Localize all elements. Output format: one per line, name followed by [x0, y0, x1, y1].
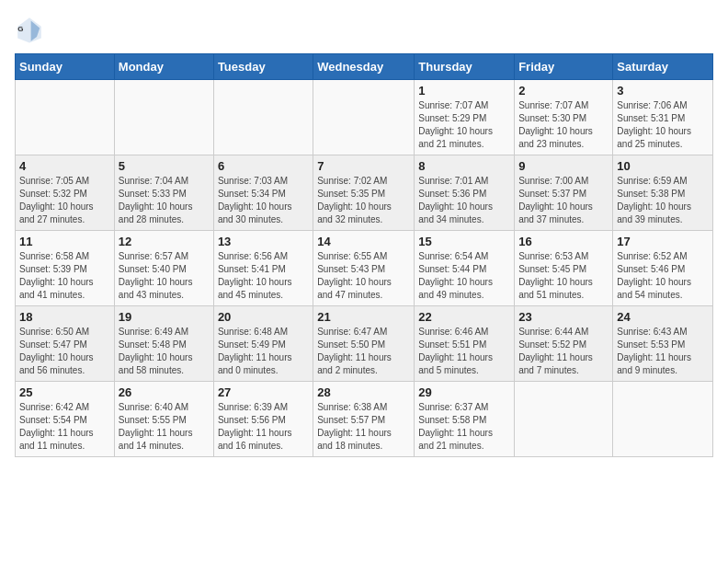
- day-info: Sunrise: 6:46 AM Sunset: 5:51 PM Dayligh…: [418, 326, 510, 377]
- day-number: 15: [418, 235, 510, 248]
- logo: G: [15, 15, 48, 44]
- day-info: Sunrise: 6:49 AM Sunset: 5:48 PM Dayligh…: [119, 326, 210, 377]
- day-number: 13: [218, 235, 309, 248]
- day-info: Sunrise: 6:59 AM Sunset: 5:38 PM Dayligh…: [617, 175, 709, 226]
- day-info: Sunrise: 6:47 AM Sunset: 5:50 PM Dayligh…: [317, 326, 410, 377]
- day-info: Sunrise: 6:57 AM Sunset: 5:40 PM Dayligh…: [119, 250, 210, 302]
- calendar-cell: [213, 80, 313, 155]
- day-info: Sunrise: 7:06 AM Sunset: 5:31 PM Dayligh…: [617, 99, 709, 151]
- calendar-cell: 8Sunrise: 7:01 AM Sunset: 5:36 PM Daylig…: [415, 155, 515, 231]
- day-number: 5: [119, 159, 210, 173]
- calendar-table: SundayMondayTuesdayWednesdayThursdayFrid…: [15, 53, 713, 457]
- calendar-cell: 4Sunrise: 7:05 AM Sunset: 5:32 PM Daylig…: [16, 155, 115, 231]
- calendar-cell: [16, 80, 115, 155]
- day-number: 19: [119, 310, 210, 324]
- col-header-thursday: Thursday: [415, 54, 515, 80]
- day-number: 22: [418, 310, 510, 324]
- day-number: 3: [617, 84, 709, 98]
- day-info: Sunrise: 7:02 AM Sunset: 5:35 PM Dayligh…: [317, 175, 410, 226]
- day-info: Sunrise: 6:39 AM Sunset: 5:56 PM Dayligh…: [218, 401, 309, 453]
- day-info: Sunrise: 7:03 AM Sunset: 5:34 PM Dayligh…: [218, 175, 309, 226]
- header-row: SundayMondayTuesdayWednesdayThursdayFrid…: [16, 54, 713, 80]
- day-info: Sunrise: 6:48 AM Sunset: 5:49 PM Dayligh…: [218, 326, 309, 377]
- day-info: Sunrise: 7:07 AM Sunset: 5:29 PM Dayligh…: [418, 99, 510, 151]
- week-row-1: 1Sunrise: 7:07 AM Sunset: 5:29 PM Daylig…: [16, 80, 713, 155]
- calendar-cell: [313, 80, 415, 155]
- day-info: Sunrise: 6:53 AM Sunset: 5:45 PM Dayligh…: [518, 250, 609, 302]
- col-header-monday: Monday: [114, 54, 213, 80]
- day-info: Sunrise: 6:44 AM Sunset: 5:52 PM Dayligh…: [518, 326, 609, 377]
- day-number: 1: [418, 84, 510, 98]
- calendar-cell: 12Sunrise: 6:57 AM Sunset: 5:40 PM Dayli…: [114, 231, 213, 306]
- calendar-cell: 2Sunrise: 7:07 AM Sunset: 5:30 PM Daylig…: [515, 80, 613, 155]
- calendar-cell: 6Sunrise: 7:03 AM Sunset: 5:34 PM Daylig…: [213, 155, 313, 231]
- day-number: 18: [19, 310, 110, 324]
- day-info: Sunrise: 6:50 AM Sunset: 5:47 PM Dayligh…: [19, 326, 110, 377]
- day-info: Sunrise: 6:40 AM Sunset: 5:55 PM Dayligh…: [119, 401, 210, 453]
- col-header-friday: Friday: [515, 54, 613, 80]
- day-number: 28: [317, 385, 410, 399]
- day-info: Sunrise: 7:07 AM Sunset: 5:30 PM Dayligh…: [518, 99, 609, 151]
- day-number: 24: [617, 310, 709, 324]
- day-number: 16: [518, 235, 609, 248]
- day-number: 6: [218, 159, 309, 173]
- logo-icon: G: [15, 15, 44, 44]
- calendar-cell: 23Sunrise: 6:44 AM Sunset: 5:52 PM Dayli…: [515, 306, 613, 382]
- day-info: Sunrise: 6:52 AM Sunset: 5:46 PM Dayligh…: [617, 250, 709, 302]
- day-number: 4: [19, 159, 110, 173]
- col-header-tuesday: Tuesday: [213, 54, 313, 80]
- day-number: 17: [617, 235, 709, 248]
- calendar-cell: 15Sunrise: 6:54 AM Sunset: 5:44 PM Dayli…: [415, 231, 515, 306]
- day-number: 29: [418, 385, 510, 399]
- calendar-cell: 26Sunrise: 6:40 AM Sunset: 5:55 PM Dayli…: [114, 382, 213, 457]
- calendar-cell: 28Sunrise: 6:38 AM Sunset: 5:57 PM Dayli…: [313, 382, 415, 457]
- day-number: 12: [119, 235, 210, 248]
- day-number: 9: [518, 159, 609, 173]
- day-number: 20: [218, 310, 309, 324]
- col-header-sunday: Sunday: [16, 54, 115, 80]
- day-info: Sunrise: 6:42 AM Sunset: 5:54 PM Dayligh…: [19, 401, 110, 453]
- calendar-cell: 29Sunrise: 6:37 AM Sunset: 5:58 PM Dayli…: [415, 382, 515, 457]
- calendar-cell: [613, 382, 713, 457]
- day-info: Sunrise: 6:43 AM Sunset: 5:53 PM Dayligh…: [617, 326, 709, 377]
- day-info: Sunrise: 6:58 AM Sunset: 5:39 PM Dayligh…: [19, 250, 110, 302]
- calendar-cell: 1Sunrise: 7:07 AM Sunset: 5:29 PM Daylig…: [415, 80, 515, 155]
- day-number: 25: [19, 385, 110, 399]
- day-info: Sunrise: 7:04 AM Sunset: 5:33 PM Dayligh…: [119, 175, 210, 226]
- calendar-cell: 13Sunrise: 6:56 AM Sunset: 5:41 PM Dayli…: [213, 231, 313, 306]
- calendar-cell: 14Sunrise: 6:55 AM Sunset: 5:43 PM Dayli…: [313, 231, 415, 306]
- calendar-cell: 17Sunrise: 6:52 AM Sunset: 5:46 PM Dayli…: [613, 231, 713, 306]
- calendar-cell: 3Sunrise: 7:06 AM Sunset: 5:31 PM Daylig…: [613, 80, 713, 155]
- day-info: Sunrise: 7:05 AM Sunset: 5:32 PM Dayligh…: [19, 175, 110, 226]
- day-info: Sunrise: 6:37 AM Sunset: 5:58 PM Dayligh…: [418, 401, 510, 453]
- svg-text:G: G: [17, 25, 23, 33]
- day-number: 8: [418, 159, 510, 173]
- calendar-cell: 25Sunrise: 6:42 AM Sunset: 5:54 PM Dayli…: [16, 382, 115, 457]
- day-number: 23: [518, 310, 609, 324]
- day-info: Sunrise: 7:00 AM Sunset: 5:37 PM Dayligh…: [518, 175, 609, 226]
- calendar-cell: 5Sunrise: 7:04 AM Sunset: 5:33 PM Daylig…: [114, 155, 213, 231]
- week-row-3: 11Sunrise: 6:58 AM Sunset: 5:39 PM Dayli…: [16, 231, 713, 306]
- day-info: Sunrise: 6:56 AM Sunset: 5:41 PM Dayligh…: [218, 250, 309, 302]
- week-row-2: 4Sunrise: 7:05 AM Sunset: 5:32 PM Daylig…: [16, 155, 713, 231]
- calendar-cell: 20Sunrise: 6:48 AM Sunset: 5:49 PM Dayli…: [213, 306, 313, 382]
- calendar-cell: 9Sunrise: 7:00 AM Sunset: 5:37 PM Daylig…: [515, 155, 613, 231]
- calendar-cell: 22Sunrise: 6:46 AM Sunset: 5:51 PM Dayli…: [415, 306, 515, 382]
- calendar-cell: [515, 382, 613, 457]
- week-row-4: 18Sunrise: 6:50 AM Sunset: 5:47 PM Dayli…: [16, 306, 713, 382]
- day-info: Sunrise: 6:55 AM Sunset: 5:43 PM Dayligh…: [317, 250, 410, 302]
- calendar-cell: 18Sunrise: 6:50 AM Sunset: 5:47 PM Dayli…: [16, 306, 115, 382]
- calendar-cell: 11Sunrise: 6:58 AM Sunset: 5:39 PM Dayli…: [16, 231, 115, 306]
- calendar-cell: 10Sunrise: 6:59 AM Sunset: 5:38 PM Dayli…: [613, 155, 713, 231]
- day-number: 11: [19, 235, 110, 248]
- day-number: 26: [119, 385, 210, 399]
- col-header-wednesday: Wednesday: [313, 54, 415, 80]
- calendar-cell: 16Sunrise: 6:53 AM Sunset: 5:45 PM Dayli…: [515, 231, 613, 306]
- day-info: Sunrise: 7:01 AM Sunset: 5:36 PM Dayligh…: [418, 175, 510, 226]
- day-number: 10: [617, 159, 709, 173]
- day-number: 2: [518, 84, 609, 98]
- calendar-cell: 24Sunrise: 6:43 AM Sunset: 5:53 PM Dayli…: [613, 306, 713, 382]
- calendar-cell: 7Sunrise: 7:02 AM Sunset: 5:35 PM Daylig…: [313, 155, 415, 231]
- calendar-cell: 27Sunrise: 6:39 AM Sunset: 5:56 PM Dayli…: [213, 382, 313, 457]
- day-info: Sunrise: 6:54 AM Sunset: 5:44 PM Dayligh…: [418, 250, 510, 302]
